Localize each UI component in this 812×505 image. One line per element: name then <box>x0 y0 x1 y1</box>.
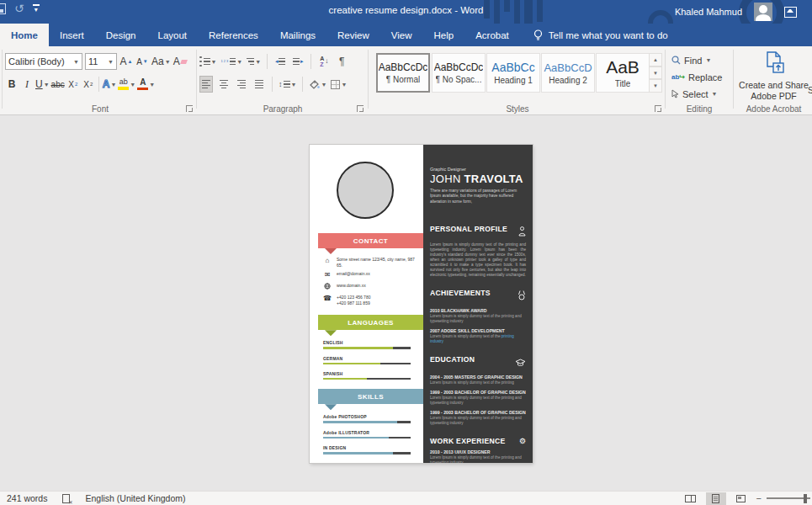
styles-dialog-launcher-icon[interactable] <box>655 105 661 112</box>
grow-font-button[interactable]: A▲ <box>119 53 133 70</box>
print-layout-icon <box>712 494 719 503</box>
group-divider <box>2 50 3 109</box>
decrease-indent-button[interactable]: ◂ <box>273 53 287 70</box>
lightbulb-icon <box>533 29 543 41</box>
multilevel-list-button[interactable]: ▼ <box>247 53 261 70</box>
shrink-font-button[interactable]: A▼ <box>135 53 149 70</box>
align-center-button[interactable] <box>217 76 231 93</box>
find-button[interactable]: Find▼ <box>671 53 722 67</box>
languages-section-header: LANGUAGES <box>318 315 423 330</box>
document-workspace[interactable]: CONTACT ⌂ Some street name 123/45, city … <box>0 115 812 491</box>
achievement-entry: 2007 ADOBE SKILL DEVELOPMENT Lorem Ipsum… <box>430 328 526 344</box>
style-normal[interactable]: AaBbCcDc¶ Normal <box>376 53 430 93</box>
gears-icon: ⚙ <box>519 437 526 445</box>
user-name[interactable]: Khaled Mahmud <box>675 7 742 17</box>
language-indicator[interactable]: English (United Kingdom) <box>85 493 185 503</box>
font-name-combo[interactable]: Calibri (Body)▼ <box>5 53 82 70</box>
text-effects-button[interactable]: A▼ <box>103 76 117 93</box>
medal-icon <box>517 289 526 304</box>
borders-button[interactable]: ▼ <box>331 76 347 93</box>
superscript-button[interactable]: X2 <box>82 76 95 93</box>
shading-button[interactable]: ▼ <box>309 76 326 93</box>
tab-help[interactable]: Help <box>423 24 465 46</box>
editing-group-label: Editing <box>666 104 732 114</box>
contact-item: ✉ email@domain.xx <box>323 271 423 279</box>
editing-group: Find▼ ab↪ Replace Select▼ Editing <box>666 46 732 115</box>
create-share-pdf-button[interactable]: Create and ShareAdobe PDF <box>735 50 812 102</box>
zoom-slider-handle[interactable] <box>804 494 807 503</box>
show-paragraph-marks-button[interactable]: ¶ <box>335 53 348 70</box>
clear-formatting-button[interactable]: A <box>173 53 187 70</box>
tab-layout[interactable]: Layout <box>147 24 199 46</box>
styles-gallery-more-icon[interactable]: ▼ <box>649 79 662 93</box>
style-no-spacing[interactable]: AaBbCcDc¶ No Spac... <box>432 53 486 93</box>
font-size-combo[interactable]: 11▼ <box>85 53 117 70</box>
tab-review[interactable]: Review <box>326 24 380 46</box>
style-heading-2[interactable]: AaBbCcDHeading 2 <box>541 53 595 93</box>
align-right-button[interactable] <box>235 76 248 93</box>
tab-acrobat[interactable]: Acrobat <box>464 24 520 46</box>
home-icon: ⌂ <box>323 257 332 268</box>
justify-button[interactable] <box>252 76 266 93</box>
ribbon-tabs: Home Insert Design Layout References Mai… <box>0 24 812 46</box>
quick-access-toolbar: ↺ ▾ <box>0 3 40 14</box>
paint-bucket-icon <box>309 79 320 89</box>
style-title[interactable]: AaBTitle <box>596 53 650 93</box>
line-spacing-button[interactable]: ↕▼ <box>279 76 296 93</box>
save-icon[interactable] <box>0 3 6 14</box>
replace-button[interactable]: ab↪ Replace <box>671 70 722 84</box>
align-left-button[interactable] <box>199 76 213 93</box>
tab-view[interactable]: View <box>380 24 423 46</box>
tab-home[interactable]: Home <box>0 24 49 46</box>
increase-indent-button[interactable]: ▸ <box>291 53 305 70</box>
document-page[interactable]: CONTACT ⌂ Some street name 123/45, city … <box>310 145 533 463</box>
bullet-list-button[interactable]: ▼ <box>199 53 216 70</box>
zoom-out-button[interactable]: − <box>756 493 762 503</box>
sort-button[interactable]: AZ↓ <box>317 53 331 70</box>
italic-button[interactable]: I <box>20 76 34 93</box>
underline-button[interactable]: U▼ <box>35 76 50 93</box>
font-color-button[interactable]: A▼ <box>137 76 155 93</box>
skills-section-header: SKILLS <box>318 389 423 404</box>
bold-button[interactable]: B <box>5 76 19 93</box>
paragraph-group-label: Paragraph <box>199 104 366 114</box>
resume-name: JOHN TRAVOLTA <box>430 173 526 185</box>
change-case-button[interactable]: Aa▼ <box>151 53 171 70</box>
print-layout-button[interactable] <box>706 492 726 505</box>
font-dialog-launcher-icon[interactable] <box>186 105 193 112</box>
divider <box>267 54 268 69</box>
styles-group-label: Styles <box>371 104 664 114</box>
envelope-icon: ✉ <box>323 271 332 279</box>
contact-item: ☎ +420 123 456 780+420 987 111 859 <box>323 295 423 306</box>
achievement-entry: 2010 BLACKHAWK AWARD Lorem Ipsum is simp… <box>430 308 526 324</box>
tab-mailings[interactable]: Mailings <box>269 24 326 46</box>
proofing-errors-icon[interactable] <box>62 494 70 503</box>
styles-scroll-down-icon[interactable]: ▼ <box>649 66 662 80</box>
tab-references[interactable]: References <box>198 24 269 46</box>
tell-me-box[interactable]: Tell me what you want to do <box>533 24 668 46</box>
word-count[interactable]: 241 words <box>7 493 47 503</box>
subscript-button[interactable]: X2 <box>66 76 80 93</box>
replace-icon: ab↪ <box>671 74 685 81</box>
avatar[interactable] <box>754 3 772 21</box>
web-layout-button[interactable] <box>731 492 751 505</box>
strikethrough-button[interactable]: abc <box>51 76 65 93</box>
numbered-list-button[interactable]: 1 2 3▼ <box>220 53 242 70</box>
ribbon-display-options-icon[interactable] <box>784 7 797 18</box>
contact-section-header: CONTACT <box>318 233 423 248</box>
styles-gallery-scroll: ▲ ▼ ▼ <box>649 53 662 93</box>
customize-quick-access-icon[interactable]: ▾ <box>33 4 40 13</box>
read-mode-button[interactable] <box>681 492 701 505</box>
zoom-slider[interactable] <box>767 497 810 498</box>
tab-design[interactable]: Design <box>95 24 147 46</box>
font-group: Calibri (Body)▼ 11▼ A▲ A▼ Aa▼ A B I U▼ a… <box>5 46 195 115</box>
graduation-cap-icon <box>515 355 526 370</box>
profile-section-header: PERSONAL PROFILE <box>430 225 526 240</box>
style-heading-1[interactable]: AaBbCcHeading 1 <box>486 53 540 93</box>
tab-insert[interactable]: Insert <box>49 24 95 46</box>
undo-icon[interactable]: ↺ <box>14 3 24 14</box>
styles-scroll-up-icon[interactable]: ▲ <box>649 53 662 66</box>
text-highlight-button[interactable]: ab▼ <box>118 76 135 93</box>
paragraph-dialog-launcher-icon[interactable] <box>357 105 364 112</box>
select-button[interactable]: Select▼ <box>671 87 722 101</box>
